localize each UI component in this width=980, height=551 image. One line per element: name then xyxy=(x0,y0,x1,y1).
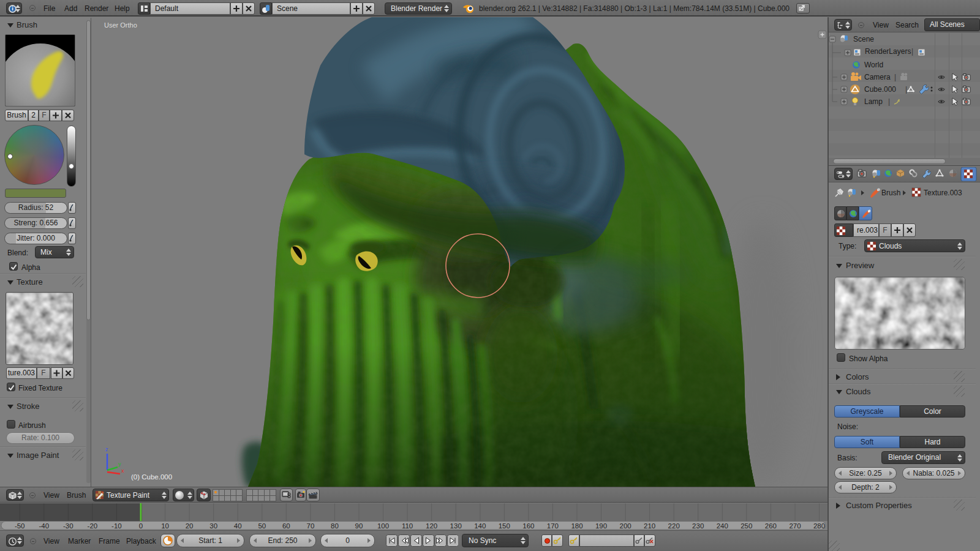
svg-text:230: 230 xyxy=(692,522,704,530)
svg-text:80: 80 xyxy=(331,522,339,530)
svg-text:Brush: Brush xyxy=(881,189,900,197)
svg-text:x: x xyxy=(121,468,124,474)
svg-text:|: | xyxy=(911,47,913,56)
svg-text:-40: -40 xyxy=(39,522,49,530)
svg-text:-30: -30 xyxy=(63,522,74,530)
svg-text:-20: -20 xyxy=(88,522,98,530)
svg-text:-10: -10 xyxy=(111,522,122,530)
svg-text:y: y xyxy=(118,461,121,467)
svg-text:200: 200 xyxy=(620,522,631,530)
svg-text:Texture.003: Texture.003 xyxy=(924,189,962,197)
svg-text:Lamp: Lamp xyxy=(864,97,883,106)
svg-text:z: z xyxy=(105,446,108,452)
svg-text:Cube.000: Cube.000 xyxy=(864,85,896,94)
svg-text:60: 60 xyxy=(282,522,290,530)
svg-text:70: 70 xyxy=(307,522,315,530)
svg-text:250: 250 xyxy=(741,522,752,530)
svg-text:240: 240 xyxy=(717,522,728,530)
svg-text:40: 40 xyxy=(234,522,242,530)
svg-text:-50: -50 xyxy=(15,522,25,530)
svg-text:90: 90 xyxy=(355,522,363,530)
svg-text:|: | xyxy=(888,97,890,106)
svg-text:|: | xyxy=(905,85,907,94)
svg-text:110: 110 xyxy=(402,522,413,530)
svg-text:260: 260 xyxy=(765,522,777,530)
svg-text:Camera: Camera xyxy=(864,73,891,81)
svg-text:140: 140 xyxy=(474,522,486,530)
svg-text:User Ortho: User Ortho xyxy=(104,21,137,29)
svg-text:280: 280 xyxy=(813,522,825,530)
svg-text:World: World xyxy=(864,61,883,69)
svg-text:RenderLayers: RenderLayers xyxy=(865,47,911,56)
svg-text:180: 180 xyxy=(571,522,582,530)
svg-text:120: 120 xyxy=(426,522,437,530)
svg-text:|: | xyxy=(894,73,896,81)
svg-text:160: 160 xyxy=(522,522,534,530)
svg-text:100: 100 xyxy=(377,522,389,530)
svg-text:210: 210 xyxy=(644,522,655,530)
svg-text:(0) Cube.000: (0) Cube.000 xyxy=(131,473,172,481)
svg-text:150: 150 xyxy=(499,522,510,530)
svg-text:130: 130 xyxy=(450,522,462,530)
svg-text:10: 10 xyxy=(161,522,169,530)
svg-text:Scene: Scene xyxy=(853,35,874,43)
svg-text:0: 0 xyxy=(139,522,143,530)
svg-text:20: 20 xyxy=(186,522,194,530)
svg-text:220: 220 xyxy=(668,522,680,530)
svg-text:190: 190 xyxy=(595,522,607,530)
svg-text:170: 170 xyxy=(547,522,559,530)
svg-text:50: 50 xyxy=(258,522,266,530)
svg-text:270: 270 xyxy=(789,522,801,530)
svg-text:30: 30 xyxy=(209,522,217,530)
